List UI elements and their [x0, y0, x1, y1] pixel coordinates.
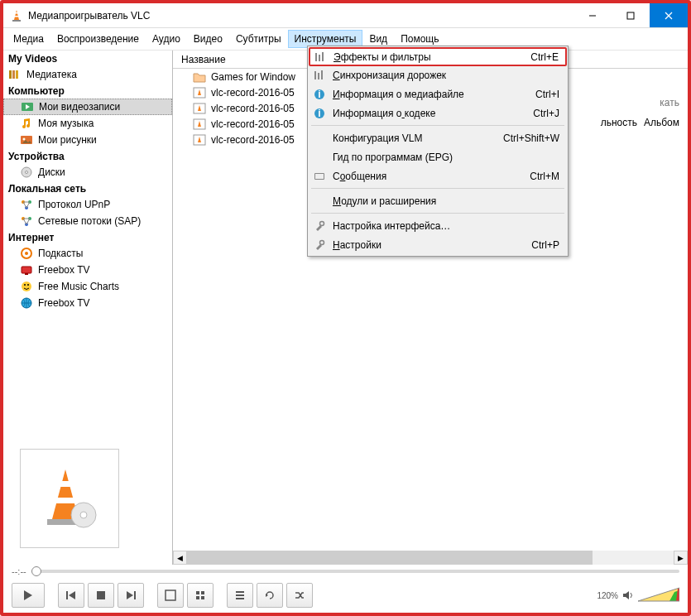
- svg-rect-51: [166, 590, 175, 600]
- menu-item-конфигурация-vlm[interactable]: Конфигурация VLMCtrl+Shift+W: [310, 128, 566, 147]
- svg-rect-65: [315, 53, 317, 61]
- maximize-button[interactable]: [612, 3, 650, 27]
- sidebar-item-freebox-2[interactable]: Freebox TV: [3, 295, 172, 311]
- minimize-button[interactable]: [573, 3, 612, 27]
- sidebar-item-upnp[interactable]: Протокол UPnP: [3, 196, 172, 213]
- sidebar-item-my-videos[interactable]: Мои видеозаписи: [3, 99, 172, 115]
- loop-button[interactable]: [257, 583, 283, 608]
- fullscreen-button[interactable]: [157, 583, 184, 608]
- svg-marker-47: [69, 591, 75, 599]
- volume-control[interactable]: 120%: [597, 586, 679, 604]
- scroll-track[interactable]: [187, 551, 674, 565]
- menu-shortcut: Ctrl+M: [530, 171, 559, 182]
- volume-percent: 120%: [597, 591, 618, 600]
- list-item-name: vlc-record-2016-05: [211, 87, 295, 99]
- menu-item-настройки[interactable]: НастройкиCtrl+P: [310, 235, 566, 254]
- seek-track[interactable]: [31, 570, 679, 573]
- seek-knob[interactable]: [31, 566, 41, 576]
- scroll-thumb[interactable]: [187, 551, 593, 565]
- stop-button[interactable]: [88, 583, 114, 608]
- sidebar-item-podcasts[interactable]: Подкасты: [3, 245, 172, 262]
- svg-rect-50: [134, 591, 136, 599]
- svg-rect-33: [59, 481, 72, 487]
- sidebar-item-freebox-1[interactable]: Freebox TV: [3, 262, 172, 278]
- folder-icon: [193, 71, 206, 83]
- svg-point-28: [24, 284, 26, 286]
- play-button[interactable]: [12, 583, 45, 608]
- charts-icon: [20, 280, 33, 293]
- sidebar-item-fmc[interactable]: Free Music Charts: [3, 278, 172, 295]
- sidebar-item-label: Сетевые потоки (SAP): [38, 215, 141, 227]
- menu-item-сообщения[interactable]: СообщенияCtrl+M: [310, 166, 566, 185]
- sidebar-item-mediateka[interactable]: Медиатека: [3, 66, 172, 83]
- menu-label: Эффекты и фильтры: [334, 51, 524, 63]
- menu-item-гид-по-программам-epg-[interactable]: Гид по программам (EPG): [310, 147, 566, 166]
- search-input-tail[interactable]: кать: [660, 97, 679, 108]
- menu-label: Сообщения: [333, 171, 523, 182]
- svg-rect-52: [196, 591, 199, 594]
- menu-subtitles[interactable]: Субтитры: [229, 30, 288, 48]
- menu-shortcut: Ctrl+Shift+W: [503, 132, 559, 144]
- tools-dropdown-menu: Эффекты и фильтрыCtrl+EСинхронизация дор…: [307, 46, 569, 257]
- svg-point-27: [22, 282, 31, 291]
- sidebar-item-label: Моя музыка: [38, 118, 94, 129]
- svg-rect-34: [55, 498, 75, 503]
- menu-label: Настройка интерфейса…: [333, 220, 553, 232]
- column-header-length[interactable]: льность: [601, 117, 637, 128]
- menu-shortcut: Ctrl+P: [531, 239, 559, 251]
- menu-item-информация-о-кодеке[interactable]: iИнформация о кодекеCtrl+J: [310, 103, 566, 123]
- svg-marker-0: [14, 10, 19, 20]
- menu-media[interactable]: Медиа: [7, 30, 50, 48]
- shuffle-button[interactable]: [286, 583, 313, 608]
- tv-icon: [20, 263, 33, 277]
- menu-item-синхронизация-дорожек[interactable]: Синхронизация дорожек: [310, 65, 566, 84]
- sidebar-item-discs[interactable]: Диски: [3, 164, 172, 180]
- prev-button[interactable]: [58, 583, 84, 608]
- sidebar-item-my-pictures[interactable]: Мои рисунки: [3, 132, 172, 148]
- svg-text:i: i: [318, 108, 320, 119]
- menu-playback[interactable]: Воспроизведение: [50, 30, 146, 48]
- network-icon: [20, 214, 33, 228]
- svg-rect-54: [196, 596, 199, 599]
- scroll-left-button[interactable]: ◀: [173, 551, 187, 565]
- music-icon: [20, 117, 33, 130]
- horizontal-scrollbar[interactable]: ◀ ▶: [173, 551, 688, 565]
- svg-rect-46: [66, 591, 68, 599]
- sidebar-item-label: Мои рисунки: [38, 134, 97, 146]
- playlist-button[interactable]: [227, 583, 253, 608]
- menu-item-эффекты-и-фильтры[interactable]: Эффекты и фильтрыCtrl+E: [309, 47, 567, 66]
- tools-icon: [313, 238, 326, 252]
- menu-item-информация-о-медиафайле[interactable]: iИнформация о медиафайлеCtrl+I: [310, 84, 566, 103]
- sidebar-item-sap[interactable]: Сетевые потоки (SAP): [3, 213, 172, 229]
- library-icon: [8, 68, 22, 81]
- svg-rect-8: [9, 70, 12, 79]
- menu-item-настройка-интерфейса-[interactable]: Настройка интерфейса…: [310, 216, 566, 235]
- svg-rect-10: [16, 70, 18, 79]
- seek-bar[interactable]: --:--: [3, 565, 688, 578]
- next-button[interactable]: [118, 583, 144, 608]
- menu-item-модули-и-расширения[interactable]: Модули и расширения: [310, 191, 566, 210]
- volume-slider[interactable]: [638, 586, 679, 604]
- globe-icon: [20, 296, 33, 310]
- vlc-file-icon: [193, 134, 206, 146]
- blank-icon: [313, 132, 326, 145]
- titlebar[interactable]: Медиапроигрыватель VLC: [3, 3, 688, 28]
- extended-settings-button[interactable]: [187, 583, 214, 608]
- sidebar: My Videos Медиатека Компьютер Мои видеоз…: [3, 51, 173, 565]
- msgs-icon: [313, 170, 326, 183]
- sidebar-heading-lan: Локальная сеть: [3, 180, 172, 196]
- sidebar-item-label: Протокол UPnP: [38, 199, 110, 210]
- menu-video[interactable]: Видео: [187, 30, 229, 48]
- menu-shortcut: Ctrl+I: [535, 89, 559, 100]
- scroll-right-button[interactable]: ▶: [674, 551, 688, 565]
- sidebar-item-label: Диски: [38, 166, 65, 178]
- speaker-icon[interactable]: [621, 589, 635, 602]
- menu-label: Гид по программам (EPG): [333, 152, 553, 163]
- sidebar-heading-my-videos: My Videos: [3, 51, 172, 66]
- menu-audio[interactable]: Аудио: [146, 30, 187, 48]
- close-button[interactable]: [650, 3, 688, 27]
- equalizer-icon: [314, 51, 327, 64]
- column-header-album[interactable]: Альбом: [644, 117, 679, 128]
- sidebar-item-my-music[interactable]: Моя музыка: [3, 115, 172, 132]
- blank-icon: [313, 151, 326, 164]
